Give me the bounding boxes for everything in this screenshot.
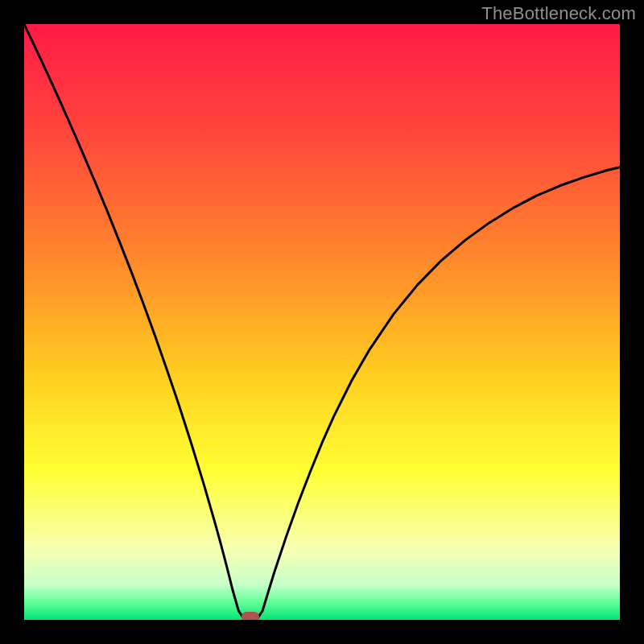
background-gradient	[24, 24, 620, 620]
minimum-marker	[242, 612, 259, 620]
svg-rect-0	[24, 24, 620, 620]
chart-frame: TheBottleneck.com	[0, 0, 644, 644]
plot-area	[24, 24, 620, 620]
watermark-text: TheBottleneck.com	[481, 3, 636, 24]
